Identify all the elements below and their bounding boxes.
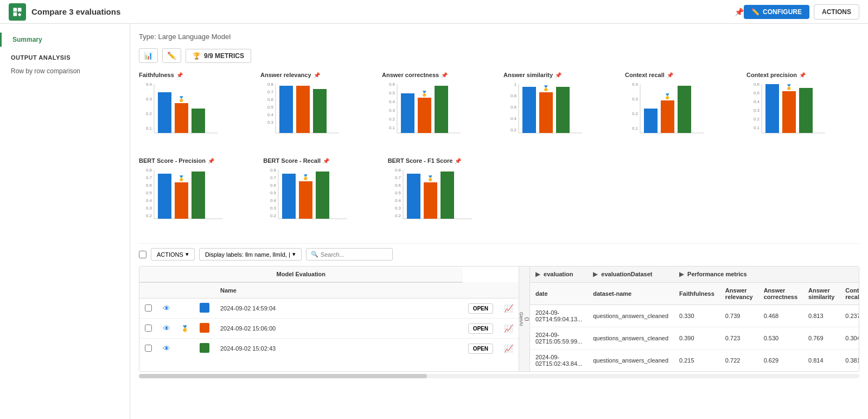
- table-row: 2024-09-02T14:59:04.13... questions_answ…: [530, 305, 859, 327]
- table-search-box[interactable]: 🔍: [306, 248, 393, 261]
- svg-rect-29: [401, 93, 414, 133]
- th-medal: [176, 282, 194, 299]
- pin-chart-icon4[interactable]: 📌: [555, 72, 561, 78]
- chart-faithfulness: Faithfulness 📌 0.4 0.3 0.2 0.1: [139, 72, 252, 147]
- svg-text:0.3: 0.3: [754, 108, 760, 113]
- svg-text:0.1: 0.1: [632, 126, 639, 131]
- chart-bert-recall: BERT Score - Recall 📌 0.8 0.7 0.6 0.5 0.…: [263, 157, 379, 232]
- pin-chart-icon9[interactable]: 📌: [455, 158, 461, 164]
- actions-button[interactable]: ACTIONS: [814, 4, 859, 20]
- svg-text:0.3: 0.3: [389, 108, 395, 113]
- search-input[interactable]: [321, 251, 388, 258]
- chevron-down-icon2: ▾: [292, 251, 296, 258]
- svg-text:0.7: 0.7: [267, 90, 274, 94]
- edit-icon: ✏️: [167, 52, 176, 60]
- th-checkbox: [139, 282, 157, 299]
- model-eval-header: Model Evaluation: [139, 266, 463, 282]
- svg-text:0.5: 0.5: [267, 105, 274, 110]
- cell-dataset-3: questions_answers_cleaned: [588, 350, 674, 372]
- pin-chart-icon5[interactable]: 📌: [667, 72, 673, 78]
- data-table-wrapper: Model Evaluation Name: [139, 266, 859, 372]
- chart-answer-relevancy: Answer relevancy 📌 0.8 0.7 0.6 0.5 0.4 0…: [260, 72, 373, 147]
- faithfulness-chart-svg: 0.4 0.3 0.2 0.1 🥇: [139, 81, 220, 141]
- svg-text:0.8: 0.8: [270, 168, 277, 173]
- eye-icon-2[interactable]: 👁: [163, 324, 170, 333]
- configure-button[interactable]: ✏️ CONFIGURE: [744, 5, 809, 19]
- svg-rect-63: [782, 91, 796, 133]
- header: Compare 3 evaluations 📌 ✏️ CONFIGURE ACT…: [0, 0, 868, 24]
- pin-chart-icon6[interactable]: 📌: [799, 72, 806, 78]
- svg-text:0.5: 0.5: [395, 191, 401, 195]
- row-name-3: 2024-09-02 15:02:43: [215, 339, 463, 359]
- pin-chart-icon8[interactable]: 📌: [323, 158, 329, 164]
- arrow-icon3: ▶: [679, 271, 684, 277]
- table-actions-button[interactable]: ACTIONS ▾: [151, 248, 195, 261]
- svg-text:0.4: 0.4: [267, 112, 274, 117]
- chart-toolbar: 📊 ✏️ 🏆 9/9 METRICS: [139, 48, 859, 63]
- svg-text:0.3: 0.3: [270, 206, 277, 211]
- cell-answer-relevancy-2: 0.723: [720, 327, 758, 350]
- svg-text:0.3: 0.3: [146, 97, 152, 101]
- row-chart-btn-2[interactable]: 📈: [504, 324, 513, 333]
- cell-answer-correctness-2: 0.530: [758, 327, 803, 350]
- th-dataset-name: dataset-name: [588, 283, 674, 305]
- svg-rect-78: [192, 172, 205, 219]
- svg-text:🥇: 🥇: [178, 175, 185, 182]
- open-button-1[interactable]: OPEN: [468, 303, 493, 314]
- bert-precision-chart-svg: 0.8 0.7 0.6 0.5 0.4 0.3 0.2 🥇: [139, 167, 226, 227]
- svg-text:0.4: 0.4: [395, 198, 401, 203]
- svg-text:🥇: 🥇: [178, 96, 185, 103]
- cell-answer-similarity-2: 0.769: [803, 327, 840, 350]
- pin-chart-icon2[interactable]: 📌: [314, 72, 320, 78]
- cell-date-2: 2024-09-02T15:05:59.99...: [530, 327, 588, 350]
- pin-chart-icon[interactable]: 📌: [176, 72, 183, 78]
- horizontal-scrollbar[interactable]: [139, 374, 859, 378]
- row-checkbox-3[interactable]: [145, 345, 152, 352]
- display-labels-button[interactable]: Display labels: llm name, llmId, | ▾: [199, 248, 302, 261]
- th-context-recall: Context recall: [840, 283, 859, 305]
- context-recall-chart-svg: 0.4 0.3 0.2 0.1 🥇: [625, 81, 706, 141]
- cell-context-recall-2: 0.304: [840, 327, 859, 350]
- pin-chart-icon3[interactable]: 📌: [441, 72, 448, 78]
- svg-rect-51: [661, 100, 674, 133]
- answer-similarity-chart-svg: 1 0.8 0.6 0.4 0.2 🥇: [503, 81, 585, 141]
- open-button-3[interactable]: OPEN: [468, 344, 493, 354]
- svg-text:0.3: 0.3: [632, 97, 639, 101]
- open-button-2[interactable]: OPEN: [468, 323, 493, 334]
- chart-faithfulness-title: Faithfulness 📌: [139, 72, 252, 78]
- row-chart-btn-3[interactable]: 📈: [504, 344, 513, 353]
- cell-context-recall-1: 0.237: [840, 305, 859, 327]
- svg-text:0.2: 0.2: [510, 128, 517, 132]
- th-group-dataset: ▶ evaluationDataset: [588, 266, 674, 283]
- svg-text:0.2: 0.2: [270, 213, 277, 218]
- pin-icon[interactable]: 📌: [735, 8, 744, 16]
- select-all-checkbox[interactable]: [139, 251, 146, 258]
- row-checkbox-1[interactable]: [145, 304, 152, 312]
- eye-icon-3[interactable]: 👁: [163, 344, 170, 353]
- collapse-button[interactable]: ⟨⟩ GenAI: [519, 266, 530, 371]
- svg-rect-65: [799, 88, 813, 133]
- chart-answer-similarity: Answer similarity 📌 1 0.8 0.6 0.4 0.2: [503, 72, 616, 147]
- svg-rect-6: [158, 92, 171, 133]
- row-chart-btn-1[interactable]: 📈: [504, 304, 513, 313]
- svg-text:0.7: 0.7: [270, 175, 277, 180]
- pin-chart-icon7[interactable]: 📌: [208, 158, 214, 164]
- bar-chart-button[interactable]: 📊: [139, 48, 158, 63]
- sidebar-item-summary[interactable]: Summary: [0, 33, 130, 47]
- sidebar-item-row-comparison[interactable]: Row by row comparison: [0, 64, 130, 78]
- svg-text:0.6: 0.6: [389, 82, 395, 87]
- svg-text:0.4: 0.4: [510, 116, 517, 121]
- metrics-badge[interactable]: 🏆 9/9 METRICS: [186, 49, 251, 63]
- eye-icon-1[interactable]: 👁: [163, 304, 170, 313]
- edit-button[interactable]: ✏️: [162, 48, 181, 63]
- svg-text:🥇: 🥇: [427, 175, 434, 182]
- bar-chart-icon: 📊: [144, 52, 153, 60]
- svg-text:0.4: 0.4: [389, 99, 395, 104]
- svg-rect-62: [765, 84, 779, 133]
- row-checkbox-2[interactable]: [145, 325, 152, 332]
- scrollbar-thumb[interactable]: [139, 374, 427, 378]
- th-date: date: [530, 283, 588, 305]
- medal-3: [176, 339, 194, 359]
- table-right-panel: ▶ evaluation ▶ evaluationDataset ▶ Perfo…: [530, 266, 859, 371]
- color-box-2: [200, 323, 209, 333]
